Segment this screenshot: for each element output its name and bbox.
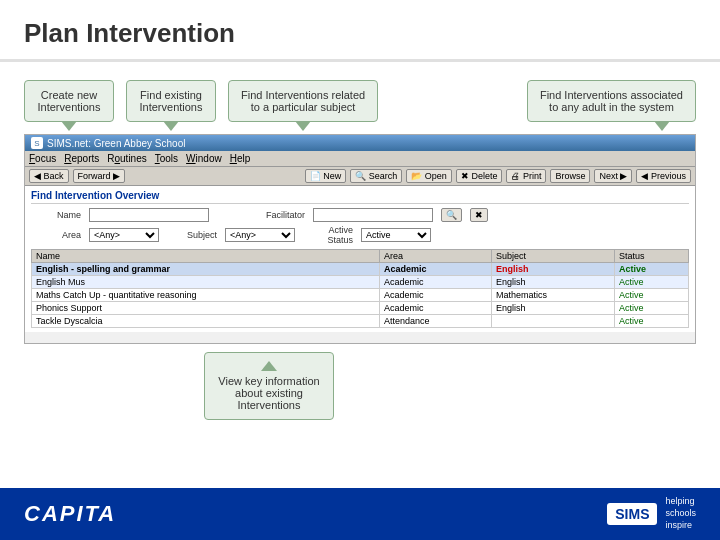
sims-titlebar: S SIMS.net: Green Abbey School	[25, 135, 695, 151]
find-adult-line1: Find Interventions associated	[540, 89, 683, 101]
col-subject: Subject	[491, 250, 614, 263]
subject-label: Subject	[167, 230, 217, 240]
toolbar-open[interactable]: 📂 Open	[406, 169, 452, 183]
bottom-callout-line1: View key information	[217, 375, 321, 387]
name-label: Name	[31, 210, 81, 220]
capita-logo: CAPITA	[24, 501, 116, 527]
toolbar-previous[interactable]: ◀ Previous	[636, 169, 691, 183]
toolbar-new[interactable]: 📄 New	[305, 169, 347, 183]
toolbar-forward[interactable]: Forward ▶	[73, 169, 126, 183]
create-interventions-button[interactable]: Create new Interventions	[24, 80, 114, 122]
menu-tools[interactable]: Tools	[155, 153, 178, 164]
find-subject-arrow-down	[295, 121, 311, 131]
find-adult-arrow-down	[654, 121, 670, 131]
cell-area: Academic	[379, 276, 491, 289]
header: Plan Intervention	[0, 0, 720, 62]
footer: CAPITA SIMS helping schools inspire	[0, 488, 720, 540]
cell-status: Active	[615, 263, 689, 276]
create-btn-line2: Interventions	[37, 101, 101, 113]
sims-toolbar: ◀ Back Forward ▶ 📄 New 🔍 Search 📂 Open ✖…	[25, 167, 695, 186]
active-status-label: Active Status	[303, 225, 353, 245]
top-buttons-row: Create new Interventions Find existing I…	[0, 62, 720, 122]
find-subject-line2: to a particular subject	[241, 101, 365, 113]
cell-status: Active	[615, 315, 689, 328]
toolbar-browse[interactable]: Browse	[550, 169, 590, 183]
facilitator-clear-btn[interactable]: ✖	[470, 208, 488, 222]
toolbar-search[interactable]: 🔍 Search	[350, 169, 402, 183]
cell-area: Academic	[379, 302, 491, 315]
cell-area: Attendance	[379, 315, 491, 328]
cell-subject	[491, 315, 614, 328]
subject-select[interactable]: <Any>	[225, 228, 295, 242]
toolbar-print[interactable]: 🖨 Print	[506, 169, 546, 183]
tagline-line2: schools	[665, 508, 696, 520]
col-name: Name	[32, 250, 380, 263]
sims-subtitle: Find Intervention Overview	[31, 190, 689, 204]
find-existing-arrow-down	[163, 121, 179, 131]
cell-area: Academic	[379, 263, 491, 276]
sims-menu: Focus Reports Routines Tools Window Help	[25, 151, 695, 167]
cell-name: English - spelling and grammar	[32, 263, 380, 276]
find-subject-button[interactable]: Find Interventions related to a particul…	[228, 80, 378, 122]
table-row[interactable]: Tackle Dyscalcia Attendance Active	[32, 315, 689, 328]
bottom-section: View key information about existing Inte…	[0, 344, 720, 420]
view-key-info-callout: View key information about existing Inte…	[204, 352, 334, 420]
find-adult-line2: to any adult in the system	[540, 101, 683, 113]
tagline-line3: inspire	[665, 520, 696, 532]
facilitator-search-btn[interactable]: 🔍	[441, 208, 462, 222]
toolbar-delete[interactable]: ✖ Delete	[456, 169, 503, 183]
cell-area: Academic	[379, 289, 491, 302]
cell-status: Active	[615, 302, 689, 315]
sims-content: Find Intervention Overview Name Facilita…	[25, 186, 695, 332]
toolbar-back[interactable]: ◀ Back	[29, 169, 69, 183]
menu-reports[interactable]: Reports	[64, 153, 99, 164]
col-area: Area	[379, 250, 491, 263]
find-existing-button[interactable]: Find existing Interventions	[126, 80, 216, 122]
cell-name: Tackle Dyscalcia	[32, 315, 380, 328]
find-existing-line2: Interventions	[139, 101, 203, 113]
table-row[interactable]: English - spelling and grammar Academic …	[32, 263, 689, 276]
menu-focus[interactable]: Focus	[29, 153, 56, 164]
sims-logo: SIMS	[607, 503, 657, 525]
find-adult-button[interactable]: Find Interventions associated to any adu…	[527, 80, 696, 122]
interventions-table: Name Area Subject Status English - spell…	[31, 249, 689, 328]
cell-name: English Mus	[32, 276, 380, 289]
main-content: Plan Intervention Create new Interventio…	[0, 0, 720, 480]
facilitator-input[interactable]	[313, 208, 433, 222]
sims-logo-area: SIMS helping schools inspire	[607, 496, 696, 531]
table-row[interactable]: Maths Catch Up - quantitative reasoning …	[32, 289, 689, 302]
cell-name: Maths Catch Up - quantitative reasoning	[32, 289, 380, 302]
bottom-callout-line2: about existing	[217, 387, 321, 399]
cell-status: Active	[615, 276, 689, 289]
cell-status: Active	[615, 289, 689, 302]
menu-routines[interactable]: Routines	[107, 153, 146, 164]
table-row[interactable]: Phonics Support Academic English Active	[32, 302, 689, 315]
sims-titlebar-text: SIMS.net: Green Abbey School	[47, 138, 185, 149]
tagline-line1: helping	[665, 496, 696, 508]
cell-subject: English	[491, 276, 614, 289]
bottom-callout-line3: Interventions	[217, 399, 321, 411]
find-existing-line1: Find existing	[139, 89, 203, 101]
sims-tagline: helping schools inspire	[665, 496, 696, 531]
sims-form-name-row: Name Facilitator 🔍 ✖	[31, 208, 689, 222]
area-label: Area	[31, 230, 81, 240]
cell-subject: Mathematics	[491, 289, 614, 302]
sims-titlebar-icon: S	[31, 137, 43, 149]
menu-help[interactable]: Help	[230, 153, 251, 164]
callout-up-arrow	[261, 361, 277, 371]
sims-form-area-row: Area <Any> Subject <Any> Active Status A…	[31, 225, 689, 245]
toolbar-next[interactable]: Next ▶	[594, 169, 632, 183]
name-input[interactable]	[89, 208, 209, 222]
area-select[interactable]: <Any>	[89, 228, 159, 242]
active-status-select[interactable]: Active	[361, 228, 431, 242]
facilitator-label: Facilitator	[255, 210, 305, 220]
find-subject-line1: Find Interventions related	[241, 89, 365, 101]
cell-name: Phonics Support	[32, 302, 380, 315]
menu-window[interactable]: Window	[186, 153, 222, 164]
create-btn-line1: Create new	[37, 89, 101, 101]
table-row[interactable]: English Mus Academic English Active	[32, 276, 689, 289]
page-title: Plan Intervention	[24, 18, 696, 49]
cell-subject: English	[491, 302, 614, 315]
col-status: Status	[615, 250, 689, 263]
sims-screenshot: S SIMS.net: Green Abbey School Focus Rep…	[24, 134, 696, 344]
